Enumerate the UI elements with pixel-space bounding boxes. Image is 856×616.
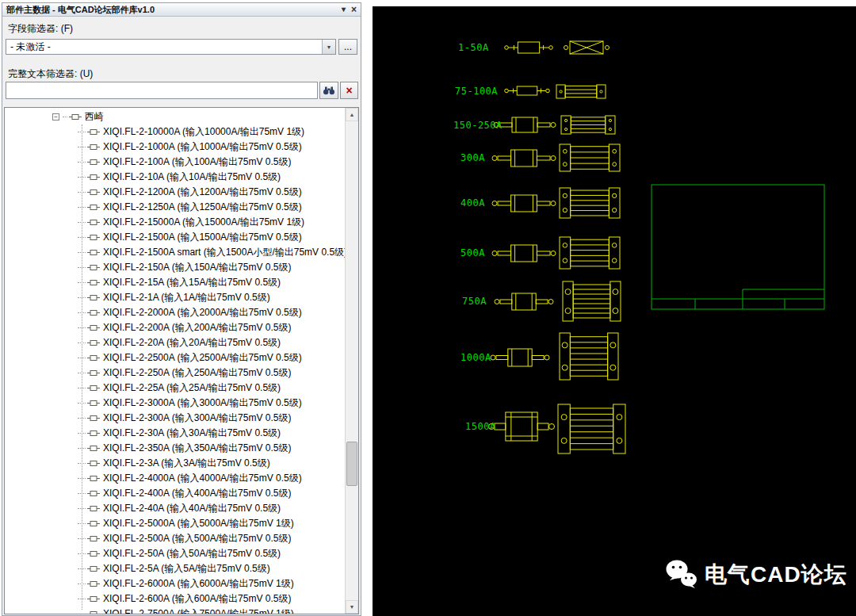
part-item-label: XIQI.FL-2-2000A (输入2000A/输出75mV 0.5级) — [103, 306, 302, 319]
tree-row[interactable]: XIQI.FL-2-1500A smart (输入1500A小型/输出75mV … — [5, 245, 345, 260]
tree-row[interactable]: XIQI.FL-2-250A (输入250A/输出75mV 0.5级) — [5, 365, 345, 381]
tree-row[interactable]: XIQI.FL-2-100A (输入100A/输出75mV 0.5级) — [5, 155, 345, 170]
tree-row[interactable]: XIQI.FL-2-5A (输入5A/输出75mV 0.5级) — [5, 561, 345, 576]
tree-row[interactable]: XIQI.FL-2-2000A (输入2000A/输出75mV 0.5级) — [5, 305, 345, 320]
tree-row[interactable]: XIQI.FL-2-400A (输入400A/输出75mV 0.5级) — [5, 486, 345, 501]
part-icon — [87, 550, 100, 557]
tree-row[interactable]: XIQI.FL-2-600A (输入600A/输出75mV 0.5级) — [5, 591, 345, 606]
part-icon — [87, 385, 100, 392]
text-filter-label: 完整文本筛选器: (U) — [8, 67, 93, 81]
tree-row[interactable]: XIQI.FL-2-50A (输入50A/输出75mV 0.5级) — [5, 546, 345, 561]
part-icon — [87, 505, 100, 512]
part-icon — [87, 535, 100, 542]
tree-row[interactable]: XIQI.FL-2-15A (输入15A/输出75mV 0.5级) — [5, 275, 345, 290]
tree-row[interactable]: XIQI.FL-2-7500A (输入7500A/输出75mV 1级) — [5, 606, 345, 614]
part-item-label: XIQI.FL-2-1A (输入1A/输出75mV 0.5级) — [103, 291, 270, 304]
tree-row[interactable]: XIQI.FL-2-1200A (输入1200A/输出75mV 0.5级) — [5, 185, 345, 200]
tree-row[interactable]: XIQI.FL-2-4000A (输入4000A/输出75mV 0.5级) — [5, 471, 345, 486]
part-item-label: XIQI.FL-2-10000A (输入10000A/输出75mV 1级) — [103, 125, 304, 139]
panel-menu-chevron-icon[interactable]: ▾ — [342, 6, 346, 13]
cad-rating-label: 300A — [460, 152, 485, 163]
tree-row[interactable]: XIQI.FL-2-15000A (输入15000A/输出75mV 1级) — [5, 215, 345, 230]
cad-rating-label: 1500A — [465, 421, 496, 432]
parts-tree: − 西崎 XIQI.FL-2-10000A (输入10000A/输出75mV 1… — [4, 107, 359, 614]
part-item-label: XIQI.FL-2-15000A (输入15000A/输出75mV 1级) — [103, 216, 304, 229]
tree-row[interactable]: XIQI.FL-2-5000A (输入5000A/输出75mV 1级) — [5, 516, 345, 531]
part-item-label: XIQI.FL-2-600A (输入600A/输出75mV 0.5级) — [103, 592, 291, 606]
text-filter-input[interactable] — [6, 82, 318, 99]
chevron-down-icon[interactable]: ▼ — [322, 40, 335, 54]
part-icon — [87, 580, 100, 587]
application-window: 部件主数据 - 电气CAD论坛部件库v1.0 ▾ × 字段筛选器: (F) - … — [0, 0, 856, 616]
titlebar-buttons: ▾ × — [342, 5, 357, 14]
tree-row[interactable]: XIQI.FL-2-350A (输入350A/输出75mV 0.5级) — [5, 441, 345, 456]
cad-canvas[interactable]: 电气CAD论坛 1-50A75-100A150-250A300A400A500A… — [373, 6, 856, 616]
panel-close-icon[interactable]: × — [351, 5, 357, 14]
cad-rating-label: 500A — [460, 247, 485, 258]
field-filter-label: 字段筛选器: (F) — [8, 22, 73, 36]
tree-row[interactable]: XIQI.FL-2-3A (输入3A/输出75mV 0.5级) — [5, 456, 345, 471]
cad-rating-label: 1000A — [460, 352, 491, 363]
tree-row[interactable]: XIQI.FL-2-3000A (输入3000A/输出75mV 0.5级) — [5, 396, 345, 411]
part-item-label: XIQI.FL-2-40A (输入40A/输出75mV 0.5级) — [103, 502, 281, 515]
part-icon — [87, 430, 100, 437]
tree-root-row[interactable]: − 西崎 — [5, 109, 345, 124]
cad-rating-label: 1-50A — [458, 42, 489, 53]
part-icon — [87, 460, 100, 467]
tree-items: − 西崎 XIQI.FL-2-10000A (输入10000A/输出75mV 1… — [5, 108, 345, 614]
part-item-label: XIQI.FL-2-4000A (输入4000A/输出75mV 0.5级) — [103, 472, 302, 485]
part-icon — [87, 445, 100, 452]
collapse-minus-icon[interactable]: − — [52, 113, 59, 121]
tree-row[interactable]: XIQI.FL-2-2500A (输入2500A/输出75mV 0.5级) — [5, 350, 345, 365]
tree-row[interactable]: XIQI.FL-2-1000A (输入1000A/输出75mV 0.5级) — [5, 140, 345, 155]
part-icon — [87, 128, 100, 136]
field-filter-select[interactable]: - 未激活 - ▼ — [6, 39, 336, 55]
part-item-label: XIQI.FL-2-5A (输入5A/输出75mV 0.5级) — [103, 562, 270, 576]
part-icon — [87, 354, 100, 362]
scroll-thumb[interactable] — [346, 442, 357, 486]
tree-row[interactable]: XIQI.FL-2-20A (输入20A/输出75mV 0.5级) — [5, 335, 345, 350]
part-item-label: XIQI.FL-2-200A (输入200A/输出75mV 0.5级) — [103, 321, 291, 335]
part-item-label: XIQI.FL-2-3000A (输入3000A/输出75mV 0.5级) — [103, 396, 302, 410]
tree-row[interactable]: XIQI.FL-2-25A (输入25A/输出75mV 0.5级) — [5, 381, 345, 396]
tree-row[interactable]: XIQI.FL-2-6000A (输入6000A/输出75mV 1级) — [5, 576, 345, 591]
part-item-label: XIQI.FL-2-1500A smart (输入1500A小型/输出75mV … — [103, 246, 345, 259]
part-icon — [87, 204, 100, 211]
part-item-label: XIQI.FL-2-50A (输入50A/输出75mV 0.5级) — [103, 547, 281, 561]
part-item-label: XIQI.FL-2-400A (输入400A/输出75mV 0.5级) — [103, 487, 291, 500]
part-icon — [87, 143, 100, 151]
field-filter-more-button[interactable]: ... — [338, 39, 357, 55]
tree-row[interactable]: XIQI.FL-2-500A (输入500A/输出75mV 0.5级) — [5, 531, 345, 546]
cad-rating-label: 750A — [462, 296, 487, 307]
parts-master-data-panel: 部件主数据 - 电气CAD论坛部件库v1.0 ▾ × 字段筛选器: (F) - … — [2, 2, 361, 616]
wechat-icon — [664, 558, 697, 591]
part-item-label: XIQI.FL-2-6000A (输入6000A/输出75mV 1级) — [103, 577, 294, 591]
part-icon — [87, 565, 100, 572]
tree-row[interactable]: XIQI.FL-2-1A (输入1A/输出75mV 0.5级) — [5, 290, 345, 305]
tree-row[interactable]: XIQI.FL-2-200A (输入200A/输出75mV 0.5级) — [5, 320, 345, 335]
watermark-text: 电气CAD论坛 — [705, 560, 847, 590]
tree-row[interactable]: XIQI.FL-2-10000A (输入10000A/输出75mV 1级) — [5, 124, 345, 140]
part-item-label: XIQI.FL-2-1000A (输入1000A/输出75mV 0.5级) — [103, 140, 302, 154]
scroll-up-icon[interactable]: ▲ — [346, 108, 358, 121]
tree-scrollbar[interactable]: ▲ ▼ — [345, 108, 358, 614]
part-item-label: XIQI.FL-2-7500A (输入7500A/输出75mV 1级) — [103, 607, 294, 614]
cad-rating-label: 400A — [460, 197, 485, 209]
tree-row[interactable]: XIQI.FL-2-1500A (输入1500A/输出75mV 0.5级) — [5, 230, 345, 245]
tree-row[interactable]: XIQI.FL-2-30A (输入30A/输出75mV 0.5级) — [5, 426, 345, 441]
part-item-label: XIQI.FL-2-500A (输入500A/输出75mV 0.5级) — [103, 532, 291, 545]
part-icon — [87, 309, 100, 316]
tree-row[interactable]: XIQI.FL-2-1250A (输入1250A/输出75mV 0.5级) — [5, 200, 345, 215]
cad-drawing-layer — [373, 6, 856, 616]
tree-row[interactable]: XIQI.FL-2-150A (输入150A/输出75mV 0.5级) — [5, 260, 345, 275]
tree-row[interactable]: XIQI.FL-2-10A (输入10A/输出75mV 0.5级) — [5, 170, 345, 185]
tree-row[interactable]: XIQI.FL-2-300A (输入300A/输出75mV 0.5级) — [5, 411, 345, 426]
part-icon — [87, 369, 100, 377]
scroll-down-icon[interactable]: ▼ — [346, 600, 358, 614]
tree-row[interactable]: XIQI.FL-2-40A (输入40A/输出75mV 0.5级) — [5, 501, 345, 516]
panel-titlebar[interactable]: 部件主数据 - 电气CAD论坛部件库v1.0 ▾ × — [2, 3, 361, 17]
clear-filter-button[interactable]: × — [340, 82, 358, 99]
part-icon — [87, 189, 100, 196]
part-icon — [87, 490, 100, 497]
apply-filter-button[interactable] — [319, 82, 338, 99]
